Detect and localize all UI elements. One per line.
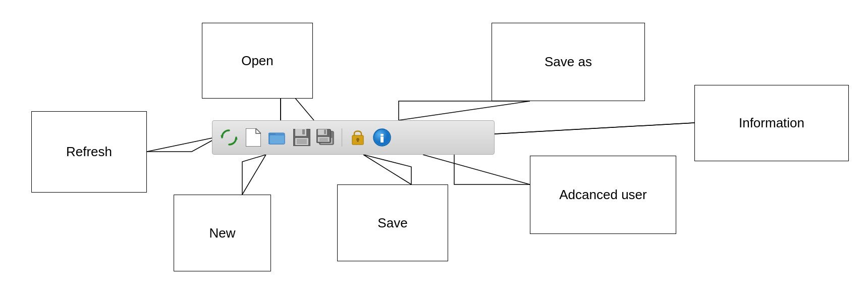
info-icon[interactable]: i	[371, 127, 393, 148]
svg-rect-17	[302, 129, 305, 134]
svg-rect-30	[357, 139, 359, 142]
open-label: Open	[241, 53, 274, 69]
diagram-container: Refresh Open New Save as Save Adcanced u…	[0, 0, 868, 281]
information-label-box: Information	[694, 85, 849, 161]
svg-rect-19	[297, 139, 307, 144]
svg-rect-14	[269, 135, 285, 144]
open-label-box: Open	[202, 23, 313, 99]
svg-line-0	[147, 136, 220, 152]
save-as-label: Save as	[545, 54, 592, 70]
svg-marker-11	[246, 128, 261, 147]
save-as-icon[interactable]	[315, 127, 337, 148]
new-label-box: New	[174, 195, 271, 271]
refresh-icon[interactable]	[219, 127, 240, 148]
save-label: Save	[377, 215, 407, 231]
svg-rect-34	[381, 136, 384, 143]
new-label: New	[209, 225, 235, 241]
refresh-label-box: Refresh	[31, 111, 147, 193]
advanced-user-label: Adcanced user	[559, 187, 646, 203]
new-icon[interactable]	[243, 127, 264, 148]
svg-rect-27	[319, 138, 328, 142]
refresh-label: Refresh	[66, 144, 112, 160]
save-as-label-box: Save as	[492, 23, 645, 101]
information-label: Information	[739, 115, 804, 131]
save-icon[interactable]	[291, 127, 312, 148]
svg-line-4	[363, 155, 411, 184]
svg-rect-25	[324, 130, 326, 134]
svg-rect-35	[381, 134, 384, 136]
svg-line-3	[242, 155, 266, 195]
open-icon[interactable]	[267, 127, 288, 148]
svg-marker-9	[221, 135, 224, 138]
svg-line-6	[399, 101, 530, 120]
svg-line-7	[423, 155, 530, 184]
advanced-user-label-box: Adcanced user	[530, 156, 676, 234]
save-label-box: Save	[337, 184, 448, 261]
svg-line-8	[495, 123, 694, 134]
toolbar: i	[212, 120, 495, 155]
toolbar-separator	[342, 128, 342, 147]
svg-marker-10	[235, 136, 238, 139]
lock-icon[interactable]	[347, 127, 368, 148]
